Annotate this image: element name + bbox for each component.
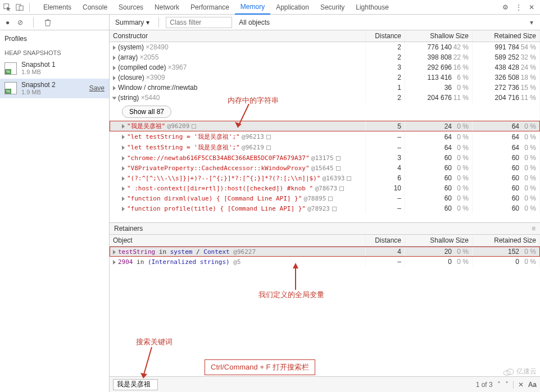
toolbar-left [0,3,34,12]
string-row[interactable]: " :host-context([dir=rtl]):host([checked… [110,183,540,193]
expand-icon[interactable] [122,166,125,171]
string-row[interactable]: "let testString = '我是吴彦祖';" @96213 – 640… [110,131,540,142]
string-row[interactable]: "V8PrivateProperty::CachedAccessor::kWin… [110,163,540,173]
col-retained[interactable]: Retained Size [473,235,540,247]
tab-network[interactable]: Network [149,0,185,15]
search-input[interactable] [113,379,158,390]
constructor-row[interactable]: (closure) ×3909 2 113 4166 % 326 50818 % [110,72,540,83]
chevron-down-icon[interactable]: ▾ [530,19,533,26]
device-toggle-icon[interactable] [16,3,24,11]
expand-icon[interactable] [122,145,125,150]
constructor-row[interactable]: Window / chrome://newtab 1 360 % 272 736… [110,83,540,93]
constructor-row[interactable]: (string) ×5440 2 204 67611 % 204 71611 % [110,93,540,103]
tab-lighthouse[interactable]: Lighthouse [350,0,394,15]
tab-application[interactable]: Application [270,0,315,15]
retainer-row[interactable]: testString in system / Context @96227 4 … [110,247,540,257]
view-dropdown[interactable]: Summary ▾ [113,17,152,28]
string-row[interactable]: "let testString = '我是吴彦祖';" @96219 – 640… [110,142,540,153]
svg-rect-2 [19,6,23,10]
devtools-top-toolbar: Elements Console Sources Network Perform… [0,0,540,15]
string-row[interactable]: "function profile(title) { [Command Line… [110,203,540,213]
expand-icon[interactable] [113,45,116,50]
col-retained[interactable]: Retained Size [473,30,540,42]
string-row[interactable]: "(?:^[^;\\-\\s]}|+)?--[^{;}]*?:[^{;}]*?(… [110,173,540,183]
col-object[interactable]: Object [110,235,366,247]
close-search-icon[interactable]: ✕ [518,381,524,389]
search-counter: 1 of 3 [476,381,493,389]
string-row[interactable]: "chrome://newtab616F5CCB34ABC366AEB5DC0F… [110,153,540,163]
expand-icon[interactable] [113,86,116,90]
col-constructor[interactable]: Constructor [110,30,366,42]
snapshot-item-2[interactable]: Snapshot 2 1.9 MB Save [0,79,109,99]
tab-performance[interactable]: Performance [185,0,235,15]
expand-icon[interactable] [113,66,116,70]
show-all-button[interactable]: Show all 87 [122,106,171,118]
tab-security[interactable]: Security [315,0,350,15]
expand-icon[interactable] [122,176,125,181]
constructors-grid[interactable]: Constructor Distance Shallow Size Retain… [110,30,540,222]
inspect-icon[interactable] [3,3,11,11]
separator [513,381,514,389]
box-icon [266,145,271,150]
expand-icon[interactable] [113,250,116,254]
col-distance[interactable]: Distance [366,30,405,42]
heap-snapshots-category: HEAP SNAPSHOTS [0,47,109,58]
expand-icon[interactable] [122,124,125,129]
kebab-menu-icon[interactable]: ⋮ [515,3,522,11]
expand-icon[interactable] [113,76,116,80]
snapshot-icon [4,62,17,75]
snapshot-name: Snapshot 2 [21,81,56,89]
scope-dropdown[interactable]: All objects [237,17,272,28]
close-devtools-icon[interactable]: ✕ [529,3,534,11]
snapshot-size: 1.9 MB [21,69,56,76]
panel-menu-icon[interactable]: ≡ [532,225,536,233]
class-filter-input[interactable] [166,17,232,28]
match-case-icon[interactable]: Aa [528,381,537,389]
expand-icon[interactable] [122,135,125,139]
expand-icon[interactable] [122,207,125,211]
tab-memory[interactable]: Memory [235,0,270,15]
retainer-row[interactable]: 2904 in (Internalized strings) @5 – 00 %… [110,257,540,267]
snapshot-icon [4,82,17,94]
expand-icon[interactable] [122,156,125,161]
snapshot-size: 1.9 MB [21,89,56,96]
col-distance[interactable]: Distance [366,235,405,247]
tab-console[interactable]: Console [77,0,113,15]
constructor-row[interactable]: (compiled code) ×3967 3 292 69616 % 438 … [110,62,540,72]
subbar-separator [158,17,159,28]
trash-icon[interactable] [44,19,52,26]
annotation-box: Ctrl/Command + F 打开搜索栏 [205,359,315,375]
expand-icon[interactable] [112,97,117,99]
retainers-grid[interactable]: Object Distance Shallow Size Retained Si… [110,235,540,358]
box-icon [347,176,351,181]
expand-icon[interactable] [122,186,125,191]
expand-icon[interactable] [122,197,125,201]
tab-elements[interactable]: Elements [38,0,77,15]
record-icon[interactable]: ● [6,19,10,26]
content-panel: Summary ▾ All objects ▾ Constructor Dist… [110,15,540,392]
save-link[interactable]: Save [89,84,105,92]
col-shallow[interactable]: Shallow Size [405,235,473,247]
search-next-icon[interactable]: ˅ [505,381,509,389]
tab-sources[interactable]: Sources [113,0,149,15]
box-icon [332,207,337,211]
retainers-header: Retainers ≡ [110,222,540,235]
devtools-tabs: Elements Console Sources Network Perform… [38,0,394,15]
box-icon [339,186,344,191]
no-entry-icon[interactable]: ⊘ [17,19,23,26]
snapshot-toolbar: Summary ▾ All objects ▾ [110,15,540,30]
subbar-separator [33,17,34,28]
string-row[interactable]: "function dirxml(value) { [Command Line … [110,193,540,203]
expand-icon[interactable] [113,56,116,60]
constructor-row[interactable]: (system) ×28490 2 776 14042 % 991 78454 … [110,42,540,53]
constructor-row[interactable]: (array) ×2055 2 398 80822 % 589 25232 % [110,52,540,62]
settings-gear-icon[interactable]: ⚙ [502,3,509,11]
box-icon [328,197,333,201]
search-prev-icon[interactable]: ˄ [497,381,501,389]
col-shallow[interactable]: Shallow Size [405,30,473,42]
expand-icon[interactable] [113,260,116,265]
snapshot-item-1[interactable]: Snapshot 1 1.9 MB [0,58,109,79]
box-icon [336,156,341,161]
chevron-down-icon: ▾ [146,19,149,26]
string-row[interactable]: "我是吴彦祖" @96209 5 240 % 640 % [110,121,540,131]
